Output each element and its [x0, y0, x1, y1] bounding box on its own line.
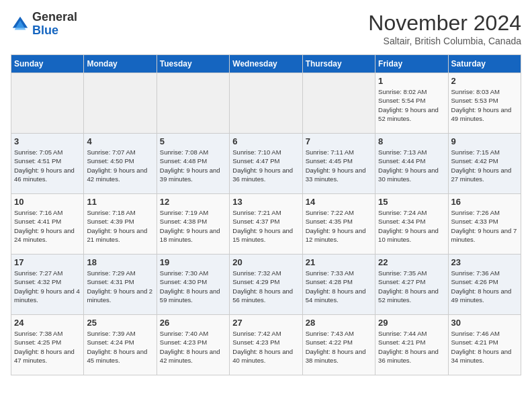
calendar-cell: 19Sunrise: 7:30 AM Sunset: 4:30 PM Dayli…: [157, 255, 229, 315]
calendar-week-row: 3Sunrise: 7:05 AM Sunset: 4:51 PM Daylig…: [11, 134, 521, 194]
day-info: Sunrise: 7:13 AM Sunset: 4:44 PM Dayligh…: [378, 148, 445, 183]
calendar-week-row: 17Sunrise: 7:27 AM Sunset: 4:32 PM Dayli…: [11, 255, 521, 315]
day-number: 3: [14, 136, 81, 146]
day-info: Sunrise: 7:33 AM Sunset: 4:28 PM Dayligh…: [306, 269, 372, 304]
calendar-cell: 29Sunrise: 7:44 AM Sunset: 4:21 PM Dayli…: [375, 315, 448, 375]
calendar-cell: 24Sunrise: 7:38 AM Sunset: 4:25 PM Dayli…: [11, 315, 84, 375]
calendar-cell: 18Sunrise: 7:29 AM Sunset: 4:31 PM Dayli…: [84, 255, 157, 315]
logo-icon: [11, 15, 30, 34]
day-number: 8: [378, 136, 445, 146]
calendar-week-row: 1Sunrise: 8:02 AM Sunset: 5:54 PM Daylig…: [11, 73, 521, 134]
day-info: Sunrise: 7:36 AM Sunset: 4:26 PM Dayligh…: [451, 269, 518, 304]
day-number: 21: [306, 257, 372, 267]
calendar-cell: 9Sunrise: 7:15 AM Sunset: 4:42 PM Daylig…: [448, 134, 521, 194]
calendar-cell: 22Sunrise: 7:35 AM Sunset: 4:27 PM Dayli…: [375, 255, 448, 315]
day-number: 17: [14, 257, 81, 267]
day-number: 25: [87, 318, 153, 328]
logo: General Blue: [11, 11, 77, 38]
location-subtitle: Saltair, British Columbia, Canada: [368, 36, 521, 46]
day-info: Sunrise: 7:16 AM Sunset: 4:41 PM Dayligh…: [14, 208, 81, 244]
calendar-week-row: 24Sunrise: 7:38 AM Sunset: 4:25 PM Dayli…: [11, 315, 521, 375]
day-number: 20: [232, 257, 299, 267]
column-header-saturday: Saturday: [448, 55, 521, 73]
day-info: Sunrise: 7:05 AM Sunset: 4:51 PM Dayligh…: [14, 148, 81, 183]
day-number: 12: [160, 197, 226, 207]
calendar-cell: 5Sunrise: 7:08 AM Sunset: 4:48 PM Daylig…: [157, 134, 229, 194]
calendar-cell: 15Sunrise: 7:24 AM Sunset: 4:34 PM Dayli…: [375, 194, 448, 255]
day-info: Sunrise: 7:29 AM Sunset: 4:31 PM Dayligh…: [87, 269, 153, 304]
calendar-cell: 20Sunrise: 7:32 AM Sunset: 4:29 PM Dayli…: [230, 255, 302, 315]
day-info: Sunrise: 7:27 AM Sunset: 4:32 PM Dayligh…: [14, 269, 81, 304]
day-info: Sunrise: 7:19 AM Sunset: 4:38 PM Dayligh…: [160, 208, 226, 244]
day-info: Sunrise: 8:03 AM Sunset: 5:53 PM Dayligh…: [451, 87, 518, 123]
calendar-cell: 8Sunrise: 7:13 AM Sunset: 4:44 PM Daylig…: [375, 134, 448, 194]
column-header-friday: Friday: [375, 55, 448, 73]
day-number: 15: [378, 197, 445, 207]
calendar-cell: 1Sunrise: 8:02 AM Sunset: 5:54 PM Daylig…: [375, 73, 448, 134]
day-info: Sunrise: 7:26 AM Sunset: 4:33 PM Dayligh…: [451, 208, 518, 244]
column-header-sunday: Sunday: [11, 55, 84, 73]
day-number: 5: [160, 136, 226, 146]
day-number: 7: [306, 136, 372, 146]
calendar-cell: 25Sunrise: 7:39 AM Sunset: 4:24 PM Dayli…: [84, 315, 157, 375]
month-title: November 2024: [368, 11, 521, 36]
column-header-monday: Monday: [84, 55, 157, 73]
title-block: November 2024 Saltair, British Columbia,…: [368, 11, 521, 46]
calendar-cell: 16Sunrise: 7:26 AM Sunset: 4:33 PM Dayli…: [448, 194, 521, 255]
column-header-thursday: Thursday: [302, 55, 375, 73]
calendar-cell: 27Sunrise: 7:42 AM Sunset: 4:23 PM Dayli…: [230, 315, 302, 375]
calendar-cell: 7Sunrise: 7:11 AM Sunset: 4:45 PM Daylig…: [302, 134, 375, 194]
calendar-cell: 21Sunrise: 7:33 AM Sunset: 4:28 PM Dayli…: [302, 255, 375, 315]
calendar-cell: 14Sunrise: 7:22 AM Sunset: 4:35 PM Dayli…: [302, 194, 375, 255]
calendar-cell: 3Sunrise: 7:05 AM Sunset: 4:51 PM Daylig…: [11, 134, 84, 194]
calendar-cell: 12Sunrise: 7:19 AM Sunset: 4:38 PM Dayli…: [157, 194, 229, 255]
page-header: General Blue November 2024 Saltair, Brit…: [11, 11, 521, 46]
day-info: Sunrise: 7:38 AM Sunset: 4:25 PM Dayligh…: [14, 329, 81, 365]
day-number: 19: [160, 257, 226, 267]
calendar-cell: 2Sunrise: 8:03 AM Sunset: 5:53 PM Daylig…: [448, 73, 521, 134]
day-number: 27: [232, 318, 299, 328]
day-info: Sunrise: 7:42 AM Sunset: 4:23 PM Dayligh…: [232, 329, 299, 365]
day-number: 22: [378, 257, 445, 267]
day-info: Sunrise: 7:39 AM Sunset: 4:24 PM Dayligh…: [87, 329, 153, 365]
calendar-cell: 23Sunrise: 7:36 AM Sunset: 4:26 PM Dayli…: [448, 255, 521, 315]
calendar-cell: 28Sunrise: 7:43 AM Sunset: 4:22 PM Dayli…: [302, 315, 375, 375]
day-number: 28: [306, 318, 372, 328]
calendar-cell: [230, 73, 302, 134]
calendar-cell: 11Sunrise: 7:18 AM Sunset: 4:39 PM Dayli…: [84, 194, 157, 255]
day-number: 4: [87, 136, 153, 146]
day-number: 30: [451, 318, 518, 328]
day-info: Sunrise: 7:40 AM Sunset: 4:23 PM Dayligh…: [160, 329, 226, 365]
calendar-cell: 10Sunrise: 7:16 AM Sunset: 4:41 PM Dayli…: [11, 194, 84, 255]
day-info: Sunrise: 7:35 AM Sunset: 4:27 PM Dayligh…: [378, 269, 445, 304]
day-info: Sunrise: 7:11 AM Sunset: 4:45 PM Dayligh…: [306, 148, 372, 183]
calendar-cell: 4Sunrise: 7:07 AM Sunset: 4:50 PM Daylig…: [84, 134, 157, 194]
day-number: 16: [451, 197, 518, 207]
day-info: Sunrise: 7:22 AM Sunset: 4:35 PM Dayligh…: [306, 208, 372, 244]
day-number: 26: [160, 318, 226, 328]
day-info: Sunrise: 7:15 AM Sunset: 4:42 PM Dayligh…: [451, 148, 518, 183]
calendar-cell: [157, 73, 229, 134]
calendar-cell: 30Sunrise: 7:46 AM Sunset: 4:21 PM Dayli…: [448, 315, 521, 375]
day-info: Sunrise: 7:18 AM Sunset: 4:39 PM Dayligh…: [87, 208, 153, 244]
day-info: Sunrise: 7:44 AM Sunset: 4:21 PM Dayligh…: [378, 329, 445, 365]
day-number: 14: [306, 197, 372, 207]
day-info: Sunrise: 7:08 AM Sunset: 4:48 PM Dayligh…: [160, 148, 226, 183]
calendar-cell: 13Sunrise: 7:21 AM Sunset: 4:37 PM Dayli…: [230, 194, 302, 255]
day-number: 23: [451, 257, 518, 267]
calendar-cell: 6Sunrise: 7:10 AM Sunset: 4:47 PM Daylig…: [230, 134, 302, 194]
day-info: Sunrise: 7:21 AM Sunset: 4:37 PM Dayligh…: [232, 208, 299, 244]
column-header-wednesday: Wednesday: [230, 55, 302, 73]
day-number: 11: [87, 197, 153, 207]
day-number: 2: [451, 76, 518, 86]
calendar-cell: [84, 73, 157, 134]
day-number: 10: [14, 197, 81, 207]
day-number: 13: [232, 197, 299, 207]
day-info: Sunrise: 7:46 AM Sunset: 4:21 PM Dayligh…: [451, 329, 518, 365]
column-header-tuesday: Tuesday: [157, 55, 229, 73]
day-info: Sunrise: 7:24 AM Sunset: 4:34 PM Dayligh…: [378, 208, 445, 244]
day-number: 18: [87, 257, 153, 267]
calendar-header-row: SundayMondayTuesdayWednesdayThursdayFrid…: [11, 55, 521, 73]
logo-text: General Blue: [32, 11, 77, 38]
day-info: Sunrise: 7:30 AM Sunset: 4:30 PM Dayligh…: [160, 269, 226, 304]
